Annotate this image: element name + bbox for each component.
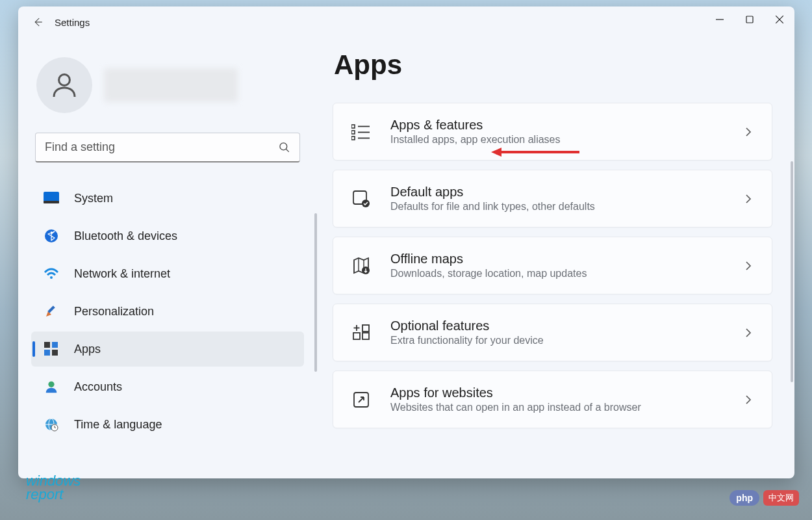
svg-rect-27: [351, 136, 355, 140]
sidebar-item-time-language[interactable]: Time & language: [31, 407, 304, 442]
svg-rect-8: [44, 201, 59, 203]
apps-icon: [43, 341, 60, 358]
svg-rect-13: [52, 342, 58, 348]
svg-rect-1: [746, 16, 753, 23]
cards-list: Apps & features Installed apps, app exec…: [333, 103, 772, 428]
apps-websites-icon: [350, 389, 372, 411]
window-title: Settings: [55, 17, 90, 28]
sidebar-item-label: Personalization: [74, 305, 154, 318]
svg-point-4: [59, 75, 70, 86]
svg-rect-12: [44, 342, 50, 348]
sidebar-item-system[interactable]: System: [31, 181, 304, 216]
card-title: Apps & features: [390, 118, 724, 133]
sidebar-item-apps[interactable]: Apps: [31, 332, 304, 367]
search-input[interactable]: [35, 133, 300, 162]
sidebar-item-personalization[interactable]: Personalization: [31, 294, 304, 329]
sidebar-item-bluetooth[interactable]: Bluetooth & devices: [31, 218, 304, 254]
card-apps-for-websites[interactable]: Apps for websites Websites that can open…: [333, 370, 772, 428]
svg-rect-34: [353, 333, 360, 339]
card-subtitle: Installed apps, app execution aliases: [390, 134, 724, 146]
card-title: Default apps: [390, 185, 724, 200]
settings-window: Settings: [18, 6, 794, 478]
accounts-icon: [43, 378, 60, 395]
close-button[interactable]: [765, 6, 794, 32]
minimize-button[interactable]: [705, 6, 735, 32]
windows-report-watermark: windowsreport: [26, 474, 81, 502]
time-language-icon: [43, 416, 60, 433]
card-subtitle: Downloads, storage location, map updates: [390, 268, 724, 280]
bluetooth-icon: [43, 228, 60, 244]
card-default-apps[interactable]: Default apps Defaults for file and link …: [333, 170, 772, 228]
avatar: [36, 57, 92, 113]
main-panel: Apps Apps & features Installed apps, app…: [317, 38, 794, 478]
chevron-right-icon: [742, 259, 755, 272]
personalization-icon: [43, 303, 60, 320]
card-title: Apps for websites: [390, 385, 724, 400]
arrow-left-icon: [32, 16, 44, 28]
titlebar: Settings: [18, 6, 794, 38]
page-title: Apps: [334, 49, 772, 81]
list-icon: [350, 121, 372, 143]
sidebar-item-label: Time & language: [74, 418, 162, 432]
card-subtitle: Extra functionality for your device: [390, 335, 724, 346]
sidebar-item-label: Apps: [74, 343, 101, 356]
offline-maps-icon: [350, 255, 372, 277]
card-optional-features[interactable]: Optional features Extra functionality fo…: [333, 304, 772, 361]
maximize-icon: [746, 16, 754, 23]
svg-point-16: [48, 382, 54, 387]
profile-name-blurred: [104, 68, 238, 102]
chevron-right-icon: [742, 125, 755, 138]
sidebar-nav: System Bluetooth & devices Network & int…: [31, 181, 304, 442]
sidebar-item-accounts[interactable]: Accounts: [31, 369, 304, 404]
person-icon: [49, 70, 80, 101]
card-title: Optional features: [390, 318, 724, 333]
svg-rect-25: [351, 131, 355, 134]
sidebar-item-label: Network & internet: [74, 267, 170, 281]
card-subtitle: Websites that can open in an app instead…: [390, 402, 724, 413]
card-subtitle: Defaults for file and link types, other …: [390, 201, 724, 213]
cn-badge: 中文网: [763, 490, 799, 506]
card-title: Offline maps: [390, 252, 724, 266]
sidebar: System Bluetooth & devices Network & int…: [18, 38, 317, 478]
chevron-right-icon: [742, 393, 755, 406]
svg-rect-14: [44, 350, 50, 356]
maximize-button[interactable]: [735, 6, 765, 32]
minimize-icon: [716, 16, 724, 23]
svg-rect-11: [47, 306, 55, 313]
window-controls: [705, 6, 794, 32]
close-icon: [776, 16, 783, 23]
back-button[interactable]: [26, 10, 49, 34]
svg-point-10: [50, 276, 53, 279]
main-scrollbar[interactable]: [791, 161, 793, 382]
svg-rect-36: [362, 325, 369, 332]
card-offline-maps[interactable]: Offline maps Downloads, storage location…: [333, 237, 772, 294]
sidebar-item-label: Accounts: [74, 380, 122, 394]
card-apps-features[interactable]: Apps & features Installed apps, app exec…: [333, 103, 772, 161]
php-badge: php: [730, 490, 759, 506]
svg-rect-15: [52, 350, 58, 356]
profile-section[interactable]: [31, 46, 304, 129]
php-watermark: php 中文网: [730, 490, 799, 506]
chevron-right-icon: [742, 326, 755, 339]
chevron-right-icon: [742, 192, 755, 205]
svg-point-5: [280, 143, 287, 150]
svg-line-6: [286, 150, 289, 152]
sidebar-item-label: System: [74, 192, 113, 205]
system-icon: [43, 190, 60, 207]
content: System Bluetooth & devices Network & int…: [18, 38, 794, 478]
network-icon: [43, 265, 60, 282]
sidebar-item-label: Bluetooth & devices: [74, 229, 177, 243]
optional-features-icon: [350, 322, 372, 344]
search-icon: [278, 141, 291, 154]
search-wrap: [35, 133, 300, 162]
svg-rect-23: [351, 125, 355, 128]
sidebar-item-network[interactable]: Network & internet: [31, 256, 304, 291]
default-apps-icon: [350, 188, 372, 210]
svg-rect-35: [362, 333, 369, 339]
